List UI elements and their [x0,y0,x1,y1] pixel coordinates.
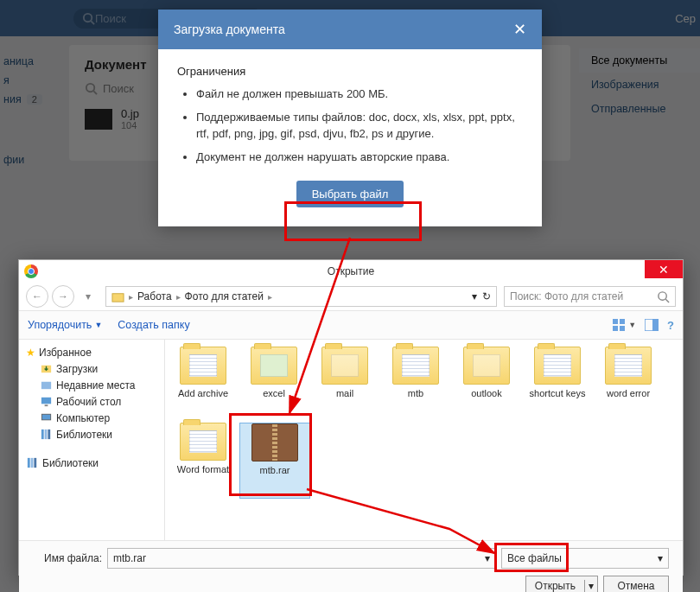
file-label: excel [263,388,285,398]
file-item-selected[interactable]: mtb.rar [239,423,310,499]
file-label: Word format [177,464,229,474]
svg-rect-21 [45,430,48,439]
limit-item: Файл не должен превышать 200 МБ. [196,86,523,103]
svg-rect-20 [41,430,44,439]
view-button[interactable]: ▼ [613,319,636,332]
recent-icon [40,379,53,391]
dialog-close-button[interactable]: ✕ [645,260,683,278]
file-label: Add archive [178,388,228,398]
back-button[interactable]: ← [26,285,48,308]
tree-downloads[interactable]: Загрузки [22,360,161,377]
file-item[interactable]: outlook [452,347,521,421]
file-label: word error [607,388,650,398]
downloads-icon [40,362,53,375]
folder-icon [111,290,124,303]
limits-title: Ограничения [177,65,523,78]
limit-item: Документ не должен нарушать авторские пр… [196,150,523,166]
svg-line-7 [665,299,669,302]
chrome-icon [24,264,38,278]
tree: ★Избранное Загрузки Недавние места Рабоч… [19,340,165,540]
file-item[interactable]: excel [239,347,309,421]
file-item[interactable]: shortcut keys [523,347,592,421]
up-button[interactable]: ▾ [78,286,99,307]
breadcrumb[interactable]: ▸ Работа ▸ Фото для статей ▸ ▾ ↻ [105,286,497,307]
file-label: outlook [471,388,501,398]
split-arrow-icon[interactable]: ▾ [585,580,597,592]
close-icon[interactable]: ✕ [513,20,526,39]
modal-header: Загрузка документа ✕ [158,10,542,49]
open-button[interactable]: Открыть▾ [525,576,598,592]
dialog-title: Открытие [328,265,374,277]
file-item[interactable]: Add archive [169,347,238,421]
svg-rect-25 [34,458,36,468]
forward-button[interactable]: → [52,285,74,308]
dialog-search-placeholder: Поиск: Фото для статей [510,290,623,302]
svg-rect-17 [45,404,48,406]
svg-rect-10 [613,326,618,331]
file-label: shortcut keys [530,388,586,398]
tree-recent[interactable]: Недавние места [22,377,161,393]
dialog-toolbar: Упорядочить ▼ Создать папку ▼ ? [19,310,683,340]
tree-desktop[interactable]: Рабочий стол [22,393,161,410]
cancel-button[interactable]: Отмена [603,576,669,592]
svg-rect-24 [31,458,34,468]
file-label: mtb [408,388,423,398]
file-item[interactable]: Word format [169,423,238,497]
file-open-dialog: Открытие ✕ ← → ▾ ▸ Работа ▸ Фото для ста… [18,259,684,576]
tree-libraries[interactable]: Библиотеки [22,426,161,442]
svg-rect-5 [112,293,124,301]
chevron-down-icon[interactable]: ▾ [472,290,477,302]
breadcrumb-item[interactable]: Фото для статей [185,290,264,302]
file-item[interactable]: word error [594,347,663,421]
filter-select[interactable]: Все файлы▾ [501,548,669,569]
svg-rect-23 [28,458,30,468]
file-item[interactable]: mail [310,347,379,421]
chevron-down-icon[interactable]: ▾ [485,552,490,564]
dialog-bottom: Имя файла: mtb.rar▾ Все файлы▾ Открыть▾ … [19,540,683,592]
tree-computer[interactable]: Компьютер [22,410,161,426]
dialog-nav: ← → ▾ ▸ Работа ▸ Фото для статей ▸ ▾ ↻ П… [19,283,683,310]
file-item[interactable]: mtb [381,347,450,421]
computer-icon [40,411,53,424]
desktop-icon [40,395,53,408]
tree-favorites[interactable]: ★Избранное [22,345,161,360]
svg-rect-16 [41,398,51,404]
file-label: mail [336,388,353,398]
dialog-titlebar: Открытие ✕ [19,260,683,283]
svg-rect-8 [613,319,618,324]
file-label: mtb.rar [260,465,290,475]
svg-rect-13 [652,319,659,331]
refresh-icon[interactable]: ↻ [482,290,491,302]
filename-label: Имя файла: [33,552,102,564]
breadcrumb-item[interactable]: Работа [137,290,172,302]
preview-pane-button[interactable] [645,319,659,332]
svg-rect-9 [620,319,625,324]
limit-item: Поддерживаемые типы файлов: doc, docx, x… [196,110,523,143]
svg-rect-22 [48,430,50,439]
libraries-icon [26,456,39,469]
select-file-button[interactable]: Выбрать файл [296,181,404,207]
limits-list: Файл не должен превышать 200 МБ. Поддерж… [177,86,523,165]
svg-rect-11 [620,326,625,331]
organize-button[interactable]: Упорядочить ▼ [28,319,102,331]
tree-libraries2[interactable]: Библиотеки [22,455,161,471]
svg-rect-15 [41,382,51,389]
star-icon: ★ [26,347,35,359]
upload-modal: Загрузка документа ✕ Ограничения Файл не… [158,10,542,226]
modal-title: Загрузка документа [174,22,285,36]
dialog-search[interactable]: Поиск: Фото для статей [504,286,676,307]
chevron-down-icon[interactable]: ▾ [658,552,663,564]
filename-input[interactable]: mtb.rar▾ [107,548,496,569]
search-icon [657,290,670,303]
new-folder-button[interactable]: Создать папку [118,319,189,331]
svg-rect-19 [42,415,50,420]
libraries-icon [40,428,53,441]
help-icon[interactable]: ? [667,319,674,332]
files-pane[interactable]: Add archive excel mail mtb outlook short… [165,340,683,540]
svg-point-6 [659,291,666,299]
